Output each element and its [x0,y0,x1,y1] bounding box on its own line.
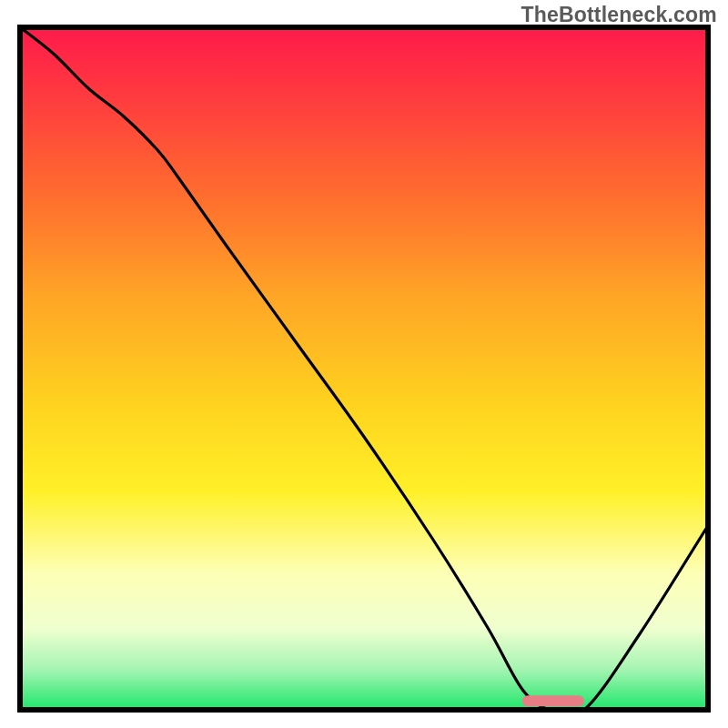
heatmap-background [20,27,708,710]
plot-area [20,27,708,716]
watermark-text: TheBottleneck.com [521,3,717,27]
chart-container: TheBottleneck.com [0,0,728,728]
optimal-marker [522,695,584,706]
bottleneck-chart [0,0,728,728]
